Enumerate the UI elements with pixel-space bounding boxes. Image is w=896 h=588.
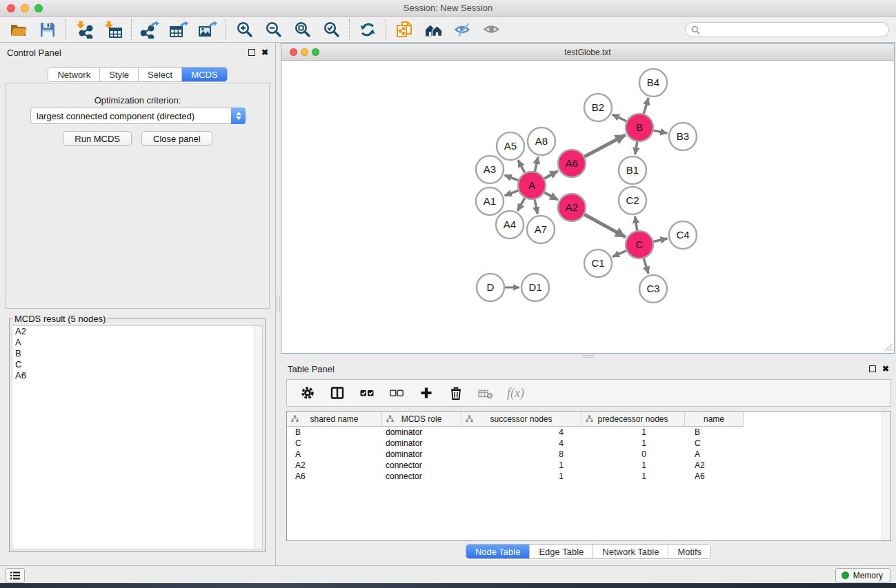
column-type-icon <box>386 415 394 423</box>
export-image-button[interactable] <box>193 18 222 41</box>
export-table-button[interactable] <box>164 18 193 41</box>
unselect-all-columns-button[interactable] <box>388 385 405 401</box>
table-cell: 4 <box>461 438 581 448</box>
result-item[interactable]: C <box>12 359 262 370</box>
table-cell: A <box>287 449 382 459</box>
show-columns-button[interactable] <box>329 385 346 401</box>
horizontal-splitter-handle[interactable] <box>281 354 896 359</box>
table-panel-tabs: Node TableEdge TableNetwork TableMotifs <box>466 544 711 559</box>
close-panel-icon[interactable]: ✖ <box>882 365 889 372</box>
minimize-network-button[interactable] <box>301 48 308 56</box>
graph-node-label-A5: A5 <box>504 140 517 152</box>
minimize-window-button[interactable] <box>21 4 29 12</box>
toolbar-separator <box>131 19 132 40</box>
list-icon <box>10 571 20 580</box>
table-cell: dominator <box>382 438 461 448</box>
graph-node-label-B3: B3 <box>677 130 689 142</box>
table-cell: 1 <box>581 438 685 448</box>
zoom-in-icon <box>236 21 253 38</box>
duplicate-page-button[interactable] <box>390 18 419 41</box>
save-session-button[interactable] <box>33 18 62 41</box>
home-layout-button[interactable] <box>419 18 448 41</box>
result-item[interactable]: A <box>12 337 262 348</box>
result-item[interactable]: B <box>12 348 262 359</box>
criterion-dropdown[interactable]: largest connected component (directed) <box>30 108 246 124</box>
network-window: testGlobe.txt B4B2BB3A8A5A6A3B1AA1C2A2A4… <box>281 43 895 354</box>
import-network-button[interactable] <box>70 18 99 41</box>
hide-selected-button[interactable] <box>448 18 477 41</box>
float-panel-icon[interactable] <box>248 49 255 56</box>
search-field[interactable] <box>685 22 889 37</box>
tab-style[interactable]: Style <box>100 68 139 81</box>
resize-grip-icon[interactable] <box>884 343 893 352</box>
node-table[interactable]: shared nameMCDS rolesuccessor nodesprede… <box>286 411 891 541</box>
zoom-selected-button[interactable] <box>317 18 346 41</box>
close-window-button[interactable] <box>7 4 15 12</box>
zoom-fit-button[interactable] <box>288 18 317 41</box>
select-all-columns-button[interactable] <box>359 385 375 401</box>
tab-node-table[interactable]: Node Table <box>466 545 530 558</box>
zoom-window-button[interactable] <box>34 4 43 12</box>
table-row[interactable]: Adominator80A <box>287 449 890 460</box>
vertical-splitter-handle[interactable] <box>277 296 280 312</box>
network-window-titlebar[interactable]: testGlobe.txt <box>281 44 894 61</box>
column-header-successor-nodes[interactable]: successor nodes <box>461 412 581 427</box>
zoom-in-button[interactable] <box>230 18 259 41</box>
tab-mcds[interactable]: MCDS <box>182 68 226 81</box>
show-all-button[interactable] <box>477 18 506 41</box>
network-canvas[interactable]: B4B2BB3A8A5A6A3B1AA1C2A2A4A7C4CC1C3DD1 <box>281 61 894 353</box>
tab-network[interactable]: Network <box>48 68 100 81</box>
close-panel-icon[interactable]: ✖ <box>261 49 268 56</box>
delete-column-button[interactable] <box>448 385 464 401</box>
tab-motifs[interactable]: Motifs <box>668 545 710 558</box>
float-panel-icon[interactable] <box>869 365 876 372</box>
result-item[interactable]: A2 <box>12 326 262 337</box>
function-builder-button[interactable]: f(x) <box>507 385 524 401</box>
zoom-fit-icon <box>294 21 311 38</box>
export-network-icon <box>140 21 159 39</box>
export-table-icon <box>169 21 188 39</box>
add-column-button[interactable] <box>418 385 435 401</box>
import-table-button[interactable] <box>99 18 128 41</box>
table-row[interactable]: Cdominator41C <box>287 438 890 449</box>
checked-boxes-icon <box>359 385 375 401</box>
mcds-options-box: Optimization criterion: largest connecte… <box>6 83 270 309</box>
refresh-button[interactable] <box>353 18 382 41</box>
zoom-network-button[interactable] <box>312 48 319 56</box>
task-history-button[interactable] <box>6 568 25 582</box>
open-session-button[interactable] <box>4 18 33 41</box>
table-header-row: shared nameMCDS rolesuccessor nodesprede… <box>287 412 890 427</box>
table-row[interactable]: A2connector11A2 <box>287 460 890 471</box>
tab-select[interactable]: Select <box>139 68 182 81</box>
result-item[interactable]: A6 <box>12 370 262 381</box>
export-network-button[interactable] <box>135 18 164 41</box>
table-cell: dominator <box>382 427 461 437</box>
column-header-shared-name[interactable]: shared name <box>287 412 382 427</box>
memory-button[interactable]: Memory <box>835 568 890 582</box>
close-panel-button[interactable]: Close panel <box>141 131 212 146</box>
column-header-MCDS-role[interactable]: MCDS role <box>382 412 461 427</box>
table-row[interactable]: Bdominator41B <box>287 427 890 438</box>
status-bar: Memory <box>0 565 896 583</box>
close-network-button[interactable] <box>290 48 297 56</box>
table-cell: A <box>685 449 744 459</box>
column-header-name[interactable]: name <box>685 412 744 427</box>
tab-edge-table[interactable]: Edge Table <box>530 545 593 558</box>
table-row[interactable]: A6connector11A6 <box>287 471 890 482</box>
table-cell: 8 <box>461 449 581 459</box>
table-cell: 1 <box>581 427 685 437</box>
delete-table-button[interactable] <box>477 385 494 401</box>
main-toolbar <box>0 17 896 43</box>
table-cell: dominator <box>382 449 461 459</box>
result-scrollbar[interactable] <box>254 326 262 549</box>
zoom-out-button[interactable] <box>259 18 288 41</box>
tab-network-table[interactable]: Network Table <box>593 545 668 558</box>
search-input[interactable] <box>704 23 888 36</box>
table-settings-button[interactable] <box>299 385 316 401</box>
table-scrollbar[interactable] <box>882 412 890 540</box>
mcds-result-list[interactable]: A2ABCA6 <box>12 325 263 549</box>
network-workspace: testGlobe.txt B4B2BB3A8A5A6A3B1AA1C2A2A4… <box>281 43 896 565</box>
run-mcds-button[interactable]: Run MCDS <box>63 131 132 146</box>
table-cell: 1 <box>581 460 685 470</box>
column-header-predecessor-nodes[interactable]: predecessor nodes <box>581 412 685 427</box>
